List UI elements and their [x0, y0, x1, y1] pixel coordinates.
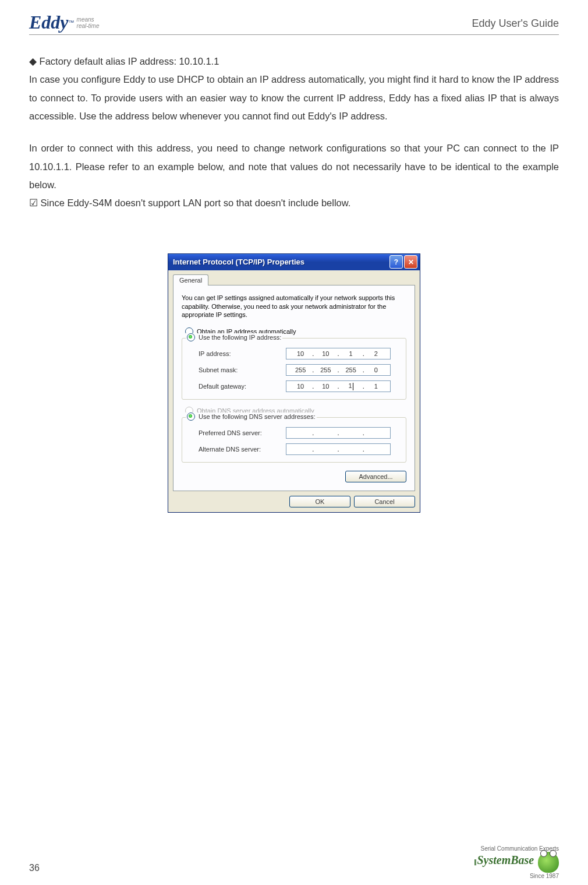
ip-address-input[interactable]: 10. 10. 1. 2 [286, 348, 391, 359]
page-header: Eddy ™ means real-time Eddy User's Guide [29, 12, 559, 35]
radio-use-following-ip[interactable]: Use the following IP address: [186, 333, 282, 341]
logo-text: Eddy [29, 12, 69, 33]
label-subnet-mask: Subnet mask: [199, 366, 286, 373]
paragraph-connect-info: In order to connect with this address, y… [29, 139, 559, 194]
tab-general[interactable]: General [173, 274, 208, 285]
cancel-button[interactable]: Cancel [354, 496, 415, 507]
tab-panel-general: You can get IP settings assigned automat… [173, 285, 415, 492]
tab-strip: General [173, 274, 415, 285]
page-number: 36 [29, 863, 40, 873]
footer-since: Since 1987 [474, 873, 559, 879]
header-guide-title: Eddy User's Guide [472, 12, 559, 30]
default-gateway-input[interactable]: 10. 10. 1. 1 [286, 380, 391, 392]
radio-icon [187, 412, 195, 421]
tcpip-properties-dialog: Internet Protocol (TCP/IP) Properties ? … [168, 253, 420, 513]
radio-use-following-dns[interactable]: Use the following DNS server addresses: [186, 412, 317, 421]
frog-icon [538, 852, 559, 873]
body-text: ◆ Factory default alias IP address: 10.1… [29, 52, 559, 213]
label-preferred-dns: Preferred DNS server: [199, 429, 286, 436]
dialog-titlebar[interactable]: Internet Protocol (TCP/IP) Properties ? … [168, 254, 420, 270]
footer-logo: Serial Communication Experts ∥SystemBase… [474, 845, 559, 879]
help-icon: ? [394, 258, 398, 266]
radio-icon [187, 333, 195, 341]
paragraph-dhcp-info: In case you configure Eddy to use DHCP t… [29, 70, 559, 125]
paragraph-s4m-note: ☑ Since Eddy-S4M doesn't support LAN por… [29, 194, 559, 212]
label-alternate-dns: Alternate DNS server: [199, 446, 286, 453]
close-button[interactable]: ✕ [404, 255, 417, 269]
paragraph-factory-default: ◆ Factory default alias IP address: 10.1… [29, 52, 559, 70]
intro-text: You can get IP settings assigned automat… [182, 294, 406, 320]
subnet-mask-input[interactable]: 255. 255. 255. 0 [286, 364, 391, 376]
alternate-dns-input[interactable]: . . . [286, 443, 391, 455]
close-icon: ✕ [408, 258, 414, 266]
ok-button[interactable]: OK [289, 496, 350, 507]
logo: Eddy ™ means real-time [29, 12, 99, 33]
logo-subtitle: means real-time [77, 16, 100, 29]
advanced-button[interactable]: Advanced... [345, 471, 406, 482]
radio-label: Use the following DNS server addresses: [199, 413, 316, 420]
label-ip-address: IP address: [199, 350, 286, 357]
footer-brand: SystemBase [477, 854, 534, 866]
group-use-ip: Use the following IP address: IP address… [182, 338, 406, 400]
logo-tm: ™ [69, 19, 75, 26]
radio-label: Use the following IP address: [199, 334, 281, 341]
dialog-title: Internet Protocol (TCP/IP) Properties [173, 258, 388, 266]
group-use-dns: Use the following DNS server addresses: … [182, 417, 406, 463]
label-default-gateway: Default gateway: [199, 383, 286, 390]
help-button[interactable]: ? [389, 255, 403, 269]
preferred-dns-input[interactable]: . . . [286, 427, 391, 439]
